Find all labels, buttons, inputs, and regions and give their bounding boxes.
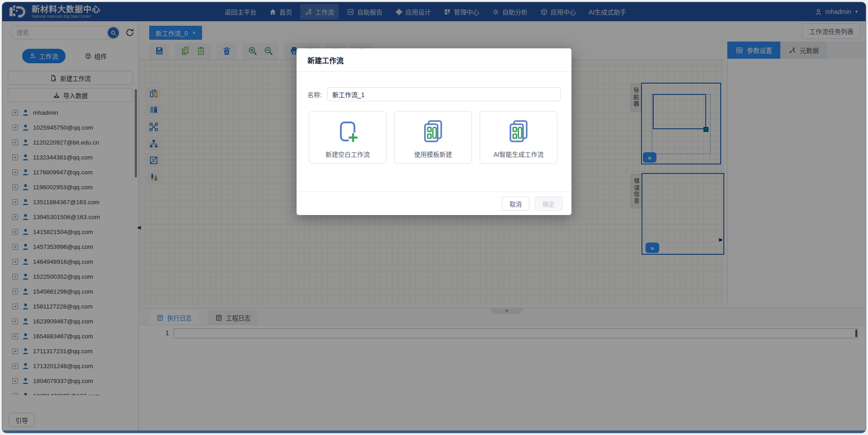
workflow-option-card[interactable]: 使用模板新建 — [394, 111, 472, 164]
template-icon — [504, 117, 533, 146]
modal-title: 新建工作流 — [307, 55, 344, 65]
modal-footer: 取消 确定 — [297, 192, 571, 215]
option-card-label: AI智能生成工作流 — [493, 150, 543, 159]
blank-icon — [333, 117, 362, 146]
option-card-label: 使用模板新建 — [414, 150, 452, 159]
cancel-button[interactable]: 取消 — [502, 196, 529, 210]
name-label: 名称: — [307, 90, 322, 99]
new-workflow-modal: 新建工作流 名称: 新建空白工作流 使用模板新建 AI智能生成工 — [297, 48, 571, 215]
option-card-label: 新建空白工作流 — [326, 150, 370, 159]
workflow-option-cards: 新建空白工作流 使用模板新建 AI智能生成工作流 — [309, 111, 557, 164]
workflow-option-card[interactable]: AI智能生成工作流 — [480, 111, 557, 164]
workflow-name-input[interactable] — [327, 87, 561, 101]
modal-header: 新建工作流 — [297, 48, 571, 72]
confirm-button[interactable]: 确定 — [535, 196, 562, 210]
name-row: 名称: — [307, 87, 561, 101]
template-icon — [419, 117, 448, 146]
workflow-option-card[interactable]: 新建空白工作流 — [309, 111, 387, 164]
